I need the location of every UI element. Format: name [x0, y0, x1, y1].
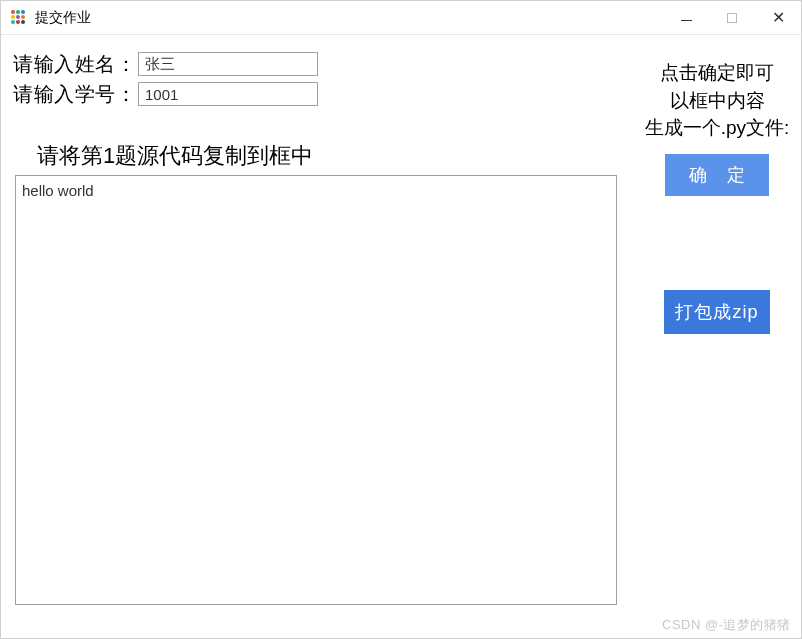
hint-line-2: 以框中内容	[635, 87, 799, 115]
code-input[interactable]	[15, 175, 617, 605]
name-input[interactable]	[138, 52, 318, 76]
hint-line-1: 点击确定即可	[635, 59, 799, 87]
confirm-button[interactable]: 确定	[665, 154, 769, 196]
id-input[interactable]	[138, 82, 318, 106]
name-label: 请输入姓名：	[13, 51, 136, 78]
zip-button[interactable]: 打包成zip	[664, 290, 770, 334]
window-controls: ✕	[663, 1, 801, 34]
instruction-text: 请将第1题源代码复制到框中	[37, 141, 313, 171]
close-button[interactable]: ✕	[755, 1, 801, 34]
id-row: 请输入学号：	[13, 81, 318, 107]
hint-line-3: 生成一个.py文件:	[635, 114, 799, 142]
hint-text: 点击确定即可 以框中内容 生成一个.py文件:	[633, 59, 801, 142]
watermark-text: CSDN @-追梦的猪猪	[662, 616, 791, 634]
titlebar: 提交作业 ✕	[1, 1, 801, 35]
id-label: 请输入学号：	[13, 81, 136, 108]
app-icon	[11, 10, 27, 26]
minimize-button[interactable]	[663, 1, 709, 34]
maximize-button	[709, 1, 755, 34]
side-panel: 点击确定即可 以框中内容 生成一个.py文件: 确定 打包成zip	[633, 59, 801, 334]
window-title: 提交作业	[35, 9, 663, 27]
app-window: 提交作业 ✕ 请输入姓名： 请输入学号： 请将第1题源代码复制到框中 点击确定即…	[0, 0, 802, 639]
name-row: 请输入姓名：	[13, 51, 318, 77]
content-area: 请输入姓名： 请输入学号： 请将第1题源代码复制到框中 点击确定即可 以框中内容…	[1, 35, 801, 638]
